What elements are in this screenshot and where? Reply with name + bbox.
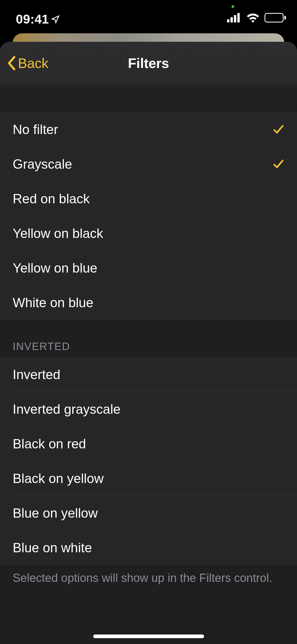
filter-row-blue-on-yellow[interactable]: Blue on yellow bbox=[0, 496, 297, 530]
filter-row-yellow-on-black[interactable]: Yellow on black bbox=[0, 216, 297, 251]
row-label: Blue on yellow bbox=[13, 505, 284, 521]
row-label: Black on red bbox=[13, 436, 284, 452]
filters-section: No filter Grayscale Red on black Yellow … bbox=[0, 112, 297, 320]
filter-row-no-filter[interactable]: No filter bbox=[0, 112, 297, 147]
svg-rect-2 bbox=[234, 15, 236, 22]
row-label: Yellow on blue bbox=[13, 260, 284, 276]
location-icon bbox=[51, 15, 60, 24]
svg-rect-3 bbox=[237, 13, 240, 22]
filter-row-inverted[interactable]: Inverted bbox=[0, 357, 297, 392]
row-label: Grayscale bbox=[13, 157, 273, 172]
status-time: 09:41 bbox=[16, 12, 60, 26]
section-header-inverted: INVERTED bbox=[0, 341, 297, 357]
row-label: Yellow on black bbox=[13, 226, 284, 241]
home-indicator[interactable] bbox=[93, 634, 204, 638]
checkmark-icon bbox=[273, 124, 284, 135]
filter-row-grayscale[interactable]: Grayscale bbox=[0, 147, 297, 181]
privacy-indicator-dot bbox=[232, 5, 234, 8]
row-label: Red on black bbox=[13, 191, 284, 206]
checkmark-icon bbox=[273, 158, 284, 170]
row-label: No filter bbox=[13, 122, 273, 137]
status-bar: 09:41 bbox=[0, 0, 297, 35]
row-label: Blue on white bbox=[13, 540, 284, 555]
filter-row-yellow-on-blue[interactable]: Yellow on blue bbox=[0, 251, 297, 285]
filter-row-black-on-red[interactable]: Black on red bbox=[0, 426, 297, 461]
section-gap bbox=[0, 85, 297, 112]
filter-row-blue-on-white[interactable]: Blue on white bbox=[0, 530, 297, 565]
footer-note: Selected options will show up in the Fil… bbox=[0, 565, 297, 591]
row-label: Inverted grayscale bbox=[13, 402, 284, 417]
status-right bbox=[227, 13, 286, 23]
svg-rect-0 bbox=[227, 19, 229, 22]
clock-label: 09:41 bbox=[16, 12, 49, 26]
filter-row-inverted-grayscale[interactable]: Inverted grayscale bbox=[0, 392, 297, 426]
wifi-icon bbox=[246, 13, 260, 23]
chevron-left-icon bbox=[6, 56, 16, 71]
cellular-icon bbox=[227, 13, 241, 22]
back-button[interactable]: Back bbox=[6, 42, 49, 85]
row-label: Black on yellow bbox=[13, 471, 284, 486]
nav-bar: Back Filters bbox=[0, 42, 297, 85]
row-label: Inverted bbox=[13, 367, 284, 382]
filter-row-black-on-yellow[interactable]: Black on yellow bbox=[0, 461, 297, 496]
settings-sheet: Back Filters No filter Grayscale Red on … bbox=[0, 42, 297, 644]
back-label: Back bbox=[18, 55, 49, 71]
inverted-section: Inverted Inverted grayscale Black on red… bbox=[0, 357, 297, 565]
content-scroll[interactable]: No filter Grayscale Red on black Yellow … bbox=[0, 85, 297, 644]
section-gap bbox=[0, 320, 297, 341]
row-label: White on blue bbox=[13, 295, 284, 310]
svg-rect-1 bbox=[230, 17, 233, 22]
filter-row-red-on-black[interactable]: Red on black bbox=[0, 181, 297, 216]
battery-icon bbox=[265, 13, 286, 22]
filter-row-white-on-blue[interactable]: White on blue bbox=[0, 285, 297, 320]
